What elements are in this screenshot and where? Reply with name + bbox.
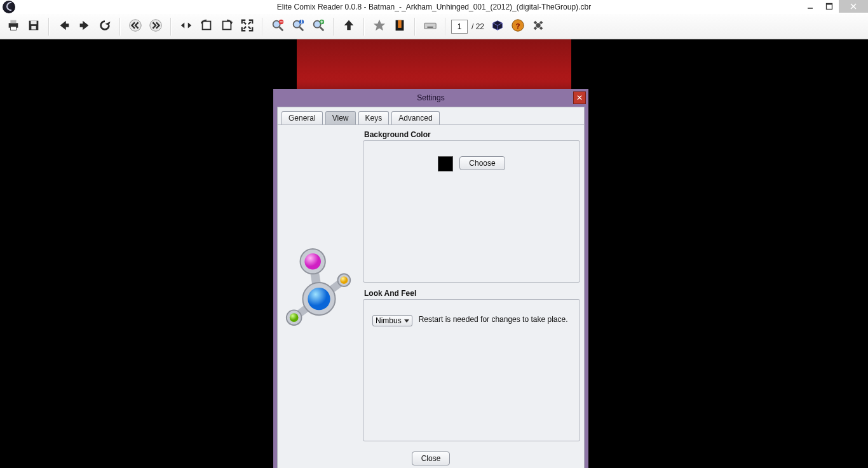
- toolbar-separator: [48, 18, 50, 36]
- toolbar-separator: [119, 18, 121, 36]
- toolbar-separator: [363, 18, 365, 36]
- zoom-out-icon: [271, 18, 285, 34]
- page-number-input[interactable]: [451, 20, 468, 34]
- cube-tool-button[interactable]: [488, 17, 507, 36]
- maximize-button[interactable]: [820, 0, 839, 13]
- next-page-button[interactable]: [75, 17, 94, 36]
- rotate-right-icon: [220, 18, 234, 34]
- svg-rect-10: [31, 26, 36, 29]
- bookmark-button[interactable]: [390, 17, 409, 36]
- window-titlebar: Elite Comix Reader 0.0.8 - Batman_-_Arkh…: [0, 0, 868, 14]
- double-chevron-left-icon: [128, 18, 142, 34]
- reload-button[interactable]: [95, 17, 114, 36]
- first-page-button[interactable]: [126, 17, 145, 36]
- comic-viewport[interactable]: ARKHAM UNHINGED Settings ✕ General View …: [0, 39, 868, 468]
- svg-point-46: [308, 288, 330, 310]
- tab-keys[interactable]: Keys: [358, 111, 390, 124]
- print-button[interactable]: [4, 17, 23, 36]
- laf-selected-value: Nimbus: [376, 316, 402, 325]
- tab-content: Background Color Choose Look And Feel Ni…: [278, 125, 584, 448]
- main-toolbar: 1 / 22 ?: [0, 14, 868, 39]
- svg-rect-13: [203, 22, 211, 30]
- reload-icon: [98, 18, 112, 34]
- svg-text:1: 1: [299, 18, 303, 25]
- toolbar-separator: [262, 18, 263, 36]
- bookmark-icon: [393, 18, 407, 34]
- last-page-button[interactable]: [146, 17, 165, 36]
- chevron-down-icon: [404, 319, 409, 323]
- zoom-out-button[interactable]: [268, 17, 287, 36]
- svg-point-48: [340, 276, 348, 284]
- rotate-right-button[interactable]: [217, 17, 236, 36]
- svg-rect-36: [427, 27, 433, 28]
- dialog-title-text: Settings: [417, 93, 444, 102]
- laf-select[interactable]: Nimbus: [372, 315, 412, 326]
- dialog-footer: Close: [278, 448, 584, 468]
- window-controls: [801, 0, 868, 13]
- zoom-reset-button[interactable]: 1: [288, 17, 308, 36]
- fit-width-icon: [179, 18, 193, 34]
- svg-point-39: [536, 23, 540, 27]
- help-button[interactable]: ?: [508, 17, 527, 36]
- laf-fieldset: Nimbus Restart is needed for changes to …: [363, 299, 580, 441]
- save-button[interactable]: [24, 17, 43, 36]
- dialog-close-button[interactable]: ✕: [573, 91, 586, 104]
- favorite-button[interactable]: [370, 17, 389, 36]
- svg-rect-30: [424, 23, 436, 29]
- rotate-left-button[interactable]: [197, 17, 216, 36]
- svg-rect-9: [31, 21, 36, 25]
- keyboard-button[interactable]: [421, 17, 440, 36]
- double-chevron-right-icon: [149, 18, 163, 34]
- dialog-titlebar[interactable]: Settings ✕: [273, 89, 588, 107]
- prev-page-button[interactable]: [55, 17, 74, 36]
- fullscreen-icon: [240, 18, 254, 34]
- bg-color-swatch: [438, 156, 453, 171]
- dialog-tabs: General View Keys Advanced: [278, 107, 584, 125]
- window-title: Elite Comix Reader 0.0.8 - Batman_-_Arkh…: [277, 3, 591, 11]
- star-icon: [372, 18, 386, 34]
- svg-line-16: [280, 27, 283, 31]
- toolbar-separator: [414, 18, 416, 36]
- svg-point-50: [290, 313, 299, 322]
- svg-rect-6: [10, 20, 16, 23]
- print-icon: [6, 18, 20, 34]
- toolbar-separator: [445, 18, 446, 36]
- laf-label: Look And Feel: [364, 289, 580, 298]
- bg-color-label: Background Color: [364, 130, 580, 139]
- window-close-button[interactable]: [839, 0, 868, 13]
- arrow-left-icon: [57, 18, 71, 34]
- settings-gear-icon: [531, 18, 545, 34]
- go-up-button[interactable]: [339, 17, 358, 36]
- zoom-in-button[interactable]: [309, 17, 328, 36]
- tab-advanced[interactable]: Advanced: [391, 111, 439, 124]
- page-total-label: / 22: [469, 22, 487, 31]
- svg-line-24: [320, 27, 324, 31]
- rotate-left-icon: [200, 18, 214, 34]
- settings-dialog: Settings ✕ General View Keys Advanced: [273, 89, 588, 468]
- toolbar-separator: [170, 18, 172, 36]
- settings-illustration: [278, 125, 360, 448]
- close-icon: ✕: [576, 93, 583, 102]
- fullscreen-button[interactable]: [238, 17, 257, 36]
- zoom-reset-icon: 1: [291, 18, 305, 34]
- app-icon: [3, 1, 15, 13]
- svg-point-44: [304, 253, 321, 270]
- tab-general[interactable]: General: [281, 111, 323, 124]
- fit-width-button[interactable]: [177, 17, 196, 36]
- dialog-close-footer-button[interactable]: Close: [412, 451, 451, 465]
- svg-line-20: [300, 27, 304, 31]
- bg-color-fieldset: Choose: [363, 140, 580, 283]
- tab-view[interactable]: View: [325, 111, 356, 124]
- svg-rect-14: [223, 22, 231, 30]
- arrow-right-icon: [78, 18, 92, 34]
- save-icon: [27, 18, 41, 34]
- settings-panels: Background Color Choose Look And Feel Ni…: [360, 125, 584, 448]
- dialog-body: General View Keys Advanced: [277, 107, 585, 468]
- toolbar-separator: [333, 18, 334, 36]
- svg-rect-7: [10, 27, 16, 30]
- settings-button[interactable]: [529, 17, 548, 36]
- minimize-button[interactable]: [801, 0, 820, 13]
- laf-restart-note: Restart is needed for changes to take pl…: [419, 315, 568, 324]
- zoom-in-icon: [311, 18, 325, 34]
- choose-color-button[interactable]: Choose: [459, 156, 505, 170]
